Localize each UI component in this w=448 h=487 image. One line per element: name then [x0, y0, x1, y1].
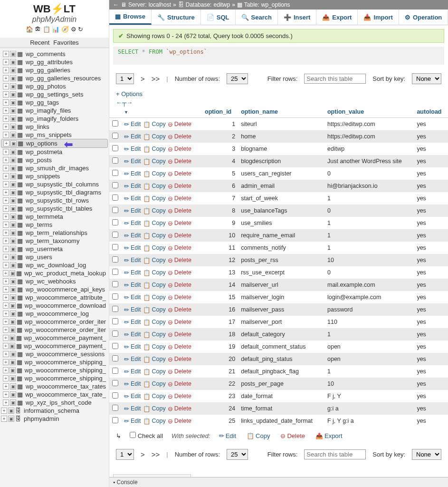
- tree-table-wp_smush_dir_images[interactable]: +▣▦wp_smush_dir_images: [1, 164, 108, 172]
- tree-table-wp_woocommerce_download[interactable]: +▣▦wp_woocommerce_download: [1, 302, 108, 310]
- collapse-icon[interactable]: ▣: [10, 205, 16, 212]
- row-checkbox[interactable]: [112, 133, 118, 139]
- collapse-icon[interactable]: ▣: [10, 335, 15, 341]
- expand-icon[interactable]: +: [3, 157, 9, 163]
- copy-button[interactable]: 📋 Copy: [143, 269, 166, 276]
- delete-button[interactable]: ⊖ Delete: [168, 121, 191, 128]
- tree-table-wp_woocommerce_log[interactable]: +▣▦wp_woocommerce_log: [1, 310, 108, 318]
- copy-button[interactable]: 📋 Copy: [143, 319, 166, 326]
- row-checkbox[interactable]: [112, 355, 118, 361]
- collapse-icon[interactable]: ▣: [10, 149, 16, 155]
- expand-icon[interactable]: +: [3, 343, 9, 349]
- expand-icon[interactable]: +: [3, 335, 9, 341]
- expand-icon[interactable]: +: [3, 262, 9, 268]
- expand-icon[interactable]: +: [3, 383, 9, 390]
- col-autoload[interactable]: autoload: [414, 106, 448, 118]
- tree-table-wp_supsystic_tbl_rows[interactable]: +▣▦wp_supsystic_tbl_rows: [1, 196, 108, 205]
- col-option-id[interactable]: option_id: [202, 106, 238, 118]
- tree-table-wp_termmeta[interactable]: +▣▦wp_termmeta: [1, 213, 108, 221]
- edit-button[interactable]: ✏ Edit: [124, 393, 141, 400]
- tree-table-wp_woocommerce_shipping_[interactable]: +▣▦wp_woocommerce_shipping_: [1, 374, 108, 382]
- back-icon[interactable]: ←: [113, 1, 119, 8]
- copy-button[interactable]: 📋 Copy: [143, 294, 166, 301]
- expand-icon[interactable]: +: [3, 83, 9, 89]
- expand-icon[interactable]: +: [3, 181, 9, 187]
- row-checkbox[interactable]: [112, 256, 118, 263]
- collapse-icon[interactable]: ▣: [10, 359, 15, 365]
- expand-icon[interactable]: +: [3, 51, 9, 57]
- delete-button[interactable]: ⊖ Delete: [168, 170, 191, 177]
- copy-button[interactable]: 📋 Copy: [143, 405, 166, 412]
- copy-button[interactable]: 📋 Copy: [143, 146, 166, 153]
- copy-button[interactable]: 📋 Copy: [143, 356, 166, 363]
- tree-table-wp_postmeta[interactable]: +▣▦wp_postmeta: [1, 148, 108, 156]
- col-option-value[interactable]: option_value: [324, 106, 414, 118]
- collapse-icon[interactable]: ▣: [10, 75, 16, 81]
- tree-table-wp_users[interactable]: +▣▦wp_users: [1, 253, 108, 261]
- delete-button[interactable]: ⊖ Delete: [168, 183, 191, 190]
- collapse-icon[interactable]: ▣: [10, 124, 16, 130]
- expand-icon[interactable]: +: [1, 416, 7, 422]
- last-page[interactable]: >>: [152, 75, 160, 83]
- page-select[interactable]: 1: [116, 73, 134, 84]
- collapse-icon[interactable]: ▣: [10, 59, 16, 65]
- delete-button[interactable]: ⊖ Delete: [168, 368, 191, 375]
- delete-button[interactable]: ⊖ Delete: [168, 244, 191, 252]
- collapse-icon[interactable]: ▣: [10, 254, 16, 260]
- expand-icon[interactable]: +: [3, 359, 9, 365]
- expand-icon[interactable]: +: [3, 173, 9, 179]
- edit-button[interactable]: ✏ Edit: [124, 418, 141, 425]
- edit-button[interactable]: ✏ Edit: [124, 356, 141, 363]
- collapse-icon[interactable]: ▣: [10, 302, 15, 309]
- breadcrumb-server[interactable]: localhost: [149, 1, 171, 8]
- delete-button[interactable]: ⊖ Delete: [168, 343, 191, 351]
- expand-icon[interactable]: +: [3, 197, 9, 204]
- collapse-icon[interactable]: ▣: [10, 116, 16, 122]
- collapse-icon[interactable]: ▣: [10, 173, 16, 179]
- row-checkbox[interactable]: [112, 145, 118, 151]
- tree-table-wp_wc_webhooks[interactable]: +▣▦wp_wc_webhooks: [1, 277, 108, 285]
- row-checkbox[interactable]: [112, 306, 118, 312]
- tree-table-wp_woocommerce_tax_rates[interactable]: +▣▦wp_woocommerce_tax_rates: [1, 382, 108, 390]
- row-checkbox[interactable]: [112, 207, 118, 213]
- expand-icon[interactable]: +: [3, 132, 9, 138]
- edit-button[interactable]: ✏ Edit: [124, 405, 141, 412]
- copy-button[interactable]: 📋 Copy: [143, 158, 166, 165]
- row-checkbox[interactable]: [112, 380, 118, 386]
- expand-icon[interactable]: +: [3, 107, 9, 114]
- sort-arrows[interactable]: ←┬→: [109, 99, 448, 106]
- options-link[interactable]: + Options: [109, 89, 448, 99]
- copy-button[interactable]: 📋 Copy: [143, 282, 166, 289]
- check-all[interactable]: [130, 432, 136, 438]
- tree-table-wp_supsystic_tbl_columns[interactable]: +▣▦wp_supsystic_tbl_columns: [1, 180, 108, 188]
- copy-button[interactable]: 📋 Copy: [143, 183, 166, 190]
- collapse-icon[interactable]: ▣: [10, 294, 16, 301]
- tree-table-wp_usermeta[interactable]: +▣▦wp_usermeta: [1, 245, 108, 253]
- copy-button[interactable]: 📋 Copy: [143, 170, 166, 177]
- row-checkbox[interactable]: [112, 157, 118, 164]
- tree-table-wp_supsystic_tbl_tables[interactable]: +▣▦wp_supsystic_tbl_tables: [1, 205, 108, 213]
- tree-table-wp_woocommerce_shipping_[interactable]: +▣▦wp_woocommerce_shipping_: [1, 366, 108, 374]
- edit-button[interactable]: ✏ Edit: [124, 331, 141, 338]
- edit-button[interactable]: ✏ Edit: [124, 207, 141, 214]
- bulk-delete[interactable]: ⊖ Delete: [280, 432, 305, 439]
- next-page-bottom[interactable]: >: [141, 450, 145, 458]
- copy-button[interactable]: 📋 Copy: [143, 343, 166, 351]
- copy-button[interactable]: 📋 Copy: [143, 393, 166, 400]
- expand-icon[interactable]: +: [3, 327, 9, 333]
- collapse-icon[interactable]: ▣: [10, 367, 15, 373]
- collapse-icon[interactable]: ▣: [10, 319, 15, 325]
- delete-button[interactable]: ⊖ Delete: [168, 195, 191, 202]
- bulk-export[interactable]: 📤 Export: [315, 432, 343, 439]
- tree-table-wp_term_taxonomy[interactable]: +▣▦wp_term_taxonomy: [1, 237, 108, 245]
- expand-icon[interactable]: +: [1, 408, 7, 414]
- tree-table-wp_woocommerce_api_keys[interactable]: +▣▦wp_woocommerce_api_keys: [1, 285, 108, 293]
- row-checkbox[interactable]: [112, 293, 118, 300]
- row-checkbox[interactable]: [112, 244, 118, 250]
- expand-icon[interactable]: +: [3, 59, 9, 65]
- tab-sql[interactable]: 📄SQL: [201, 10, 236, 25]
- collapse-icon[interactable]: ▣: [8, 416, 14, 422]
- expand-icon[interactable]: +: [3, 278, 9, 284]
- delete-button[interactable]: ⊖ Delete: [168, 269, 191, 276]
- expand-icon[interactable]: +: [3, 230, 9, 236]
